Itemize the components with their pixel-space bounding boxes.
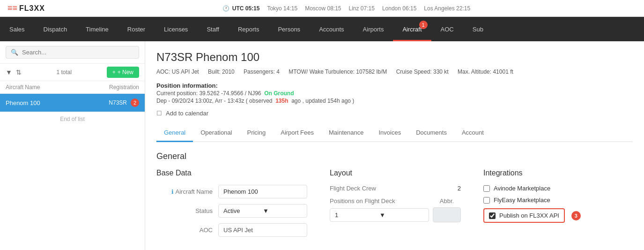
plus-icon: +	[112, 69, 116, 76]
dep-arr-line: Dep - 09/20/24 13:00z, Arr - 13:43z ( ob…	[156, 98, 633, 104]
positions-on-flight-deck-label: Positions on Flight Deck	[330, 197, 433, 205]
tab-maintenance[interactable]: Maintenance	[321, 124, 371, 142]
nav-staff[interactable]: Staff	[197, 17, 229, 41]
avinode-checkbox[interactable]	[483, 185, 490, 192]
general-section-title: General	[156, 152, 633, 161]
info-icon: ℹ	[171, 189, 174, 195]
sidebar-search-area: 🔍	[0, 41, 145, 64]
tab-airport-fees[interactable]: Airport Fees	[273, 124, 321, 142]
nav-accounts[interactable]: Accounts	[310, 17, 353, 41]
nav-aoc[interactable]: AOC	[431, 17, 463, 41]
layout-title: Layout	[330, 169, 461, 177]
main-layout: 🔍 ▼ ⇅ 1 total + + New Aircraft Name Regi…	[0, 41, 644, 250]
status-row: Status Active ▼	[156, 204, 307, 218]
aircraft-title: N73SR Phenom 100	[156, 51, 633, 64]
sidebar: 🔍 ▼ ⇅ 1 total + + New Aircraft Name Regi…	[0, 41, 145, 250]
logo-icon: ≡≡	[7, 3, 17, 13]
new-button[interactable]: + + New	[107, 67, 139, 78]
nav-airports[interactable]: Airports	[354, 17, 393, 41]
tab-pricing[interactable]: Pricing	[239, 124, 273, 142]
app-logo[interactable]: ≡≡ FL3XX	[7, 3, 45, 13]
passengers-info: Passengers: 4	[244, 68, 283, 75]
position-coords-line: Current position: 39.5262 -74.9566 / NJ9…	[156, 90, 633, 97]
status-select[interactable]: Active ▼	[218, 204, 307, 218]
flyeasy-label: FlyEasy Marketplace	[494, 197, 550, 204]
aircraft-name-label: Phenom 100	[6, 99, 109, 106]
aircraft-name-row: ℹAircraft Name	[156, 185, 307, 198]
flight-deck-crew-label: Flight Deck Crew	[330, 185, 458, 192]
positions-dropdown-arrow: ▼	[379, 212, 424, 219]
nav-aircraft[interactable]: Aircraft 1	[393, 17, 431, 41]
tab-operational[interactable]: Operational	[193, 124, 239, 142]
time-info: 🕐 UTC 05:15 Tokyo 14:15 Moscow 08:15 Lin…	[56, 5, 637, 12]
aoc-label-field: AOC	[156, 227, 213, 234]
nav-dispatch[interactable]: Dispatch	[34, 17, 77, 41]
status-label: Status	[156, 207, 213, 214]
nav-sub[interactable]: Sub	[463, 17, 493, 41]
add-to-calendar-row: ☐ Add to calendar	[156, 110, 633, 117]
add-to-calendar-label[interactable]: Add to calendar	[166, 110, 208, 117]
total-count: 1 total	[25, 69, 103, 76]
nav-roster[interactable]: Roster	[118, 17, 155, 41]
aircraft-name-label-field: ℹAircraft Name	[156, 188, 213, 195]
positions-value-row: 1 ▼	[330, 207, 461, 222]
altitude-info: Max. Altitude: 41001 ft	[458, 68, 517, 75]
position-info: Position information: Current position: …	[156, 82, 633, 104]
nav-persons[interactable]: Persons	[268, 17, 310, 41]
sort-icon[interactable]: ⇅	[16, 68, 22, 76]
search-icon: 🔍	[11, 49, 18, 56]
col-registration: Registration	[102, 84, 139, 91]
positions-header-row: Positions on Flight Deck Abbr.	[330, 197, 461, 205]
search-input[interactable]	[22, 49, 134, 56]
search-box[interactable]: 🔍	[6, 46, 139, 59]
fl3xx-api-checkbox[interactable]	[489, 212, 496, 219]
aircraft-reg-label: N73SR	[109, 99, 127, 106]
aoc-value: US API Jet	[218, 223, 307, 237]
navbar: Sales Dispatch Timeline Roster Licenses …	[0, 17, 644, 41]
sidebar-column-headers: Aircraft Name Registration	[0, 81, 145, 94]
city-london: London 06:15	[382, 5, 416, 12]
on-ground-status: On Ground	[264, 90, 294, 97]
tab-general[interactable]: General	[156, 124, 193, 142]
flight-deck-crew-value: 2	[458, 185, 461, 192]
integrations-title: Integrations	[483, 169, 633, 177]
filter-icon[interactable]: ▼	[6, 68, 12, 76]
nav-reports[interactable]: Reports	[229, 17, 269, 41]
city-los-angeles: Los Angeles 22:15	[424, 5, 470, 12]
positions-abbr-label: Abbr.	[433, 197, 461, 205]
tab-invoices[interactable]: Invoices	[371, 124, 408, 142]
positions-abbr-input[interactable]	[433, 207, 461, 222]
aircraft-name-input[interactable]	[218, 185, 307, 198]
tab-documents[interactable]: Documents	[408, 124, 454, 142]
sidebar-toolbar: ▼ ⇅ 1 total + + New	[0, 64, 145, 81]
nav-sales[interactable]: Sales	[0, 17, 34, 41]
base-data-title: Base Data	[156, 169, 307, 177]
utc-label: UTC 05:15	[232, 5, 260, 12]
aircraft-badge: 1	[419, 21, 428, 29]
dropdown-arrow-icon: ▼	[263, 207, 302, 214]
mtow-info: MTOW/ Wake Turbulence: 107582 lb/M	[289, 68, 391, 75]
positions-select[interactable]: 1 ▼	[330, 208, 429, 222]
layout-section: Layout Flight Deck Crew 2 Positions on F…	[330, 169, 461, 242]
utc-time: 🕐 UTC 05:15	[222, 5, 260, 12]
publish-fl3xx-box: Publish on FL3XX API	[483, 208, 565, 223]
aoc-info: AOC: US API Jet	[156, 68, 203, 75]
built-info: Built: 2010	[208, 68, 238, 75]
main-content: N73SR Phenom 100 AOC: US API Jet Built: …	[145, 41, 644, 250]
aircraft-meta: AOC: US API Jet Built: 2010 Passengers: …	[156, 68, 633, 76]
flyeasy-integration: FlyEasy Marketplace	[483, 197, 633, 204]
flyeasy-checkbox[interactable]	[483, 197, 490, 204]
status-value: Active	[223, 207, 263, 214]
time-ago-value: 135h	[275, 98, 288, 104]
col-aircraft-name: Aircraft Name	[6, 84, 102, 91]
nav-timeline[interactable]: Timeline	[76, 17, 118, 41]
tab-account[interactable]: Account	[454, 124, 491, 142]
sidebar-item-phenom100[interactable]: Phenom 100 N73SR 2	[0, 94, 145, 112]
aircraft-item-badge: 2	[131, 98, 139, 107]
topbar: ≡≡ FL3XX 🕐 UTC 05:15 Tokyo 14:15 Moscow …	[0, 0, 644, 17]
end-of-list: End of list	[0, 112, 145, 126]
nav-licenses[interactable]: Licenses	[155, 17, 197, 41]
fl3xx-api-row: Publish on FL3XX API 3	[483, 208, 633, 223]
clock-icon: 🕐	[222, 5, 229, 12]
general-data-grid: Base Data ℹAircraft Name Status Active ▼	[156, 169, 633, 242]
